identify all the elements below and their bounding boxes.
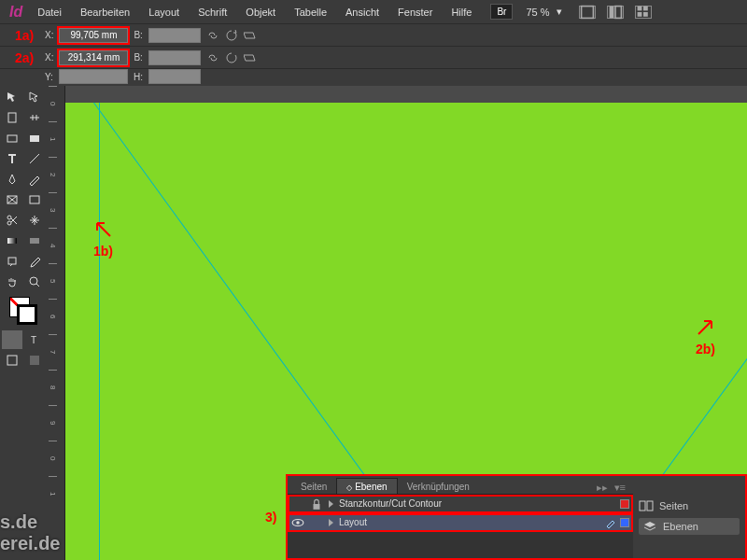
menubar: Id Datei Bearbeiten Layout Schrift Objek…: [0, 0, 747, 24]
panels-dock: Seiten ◇ Ebenen Verknüpfungen ▸▸ ▾≡ Stan…: [288, 476, 745, 558]
menu-layout[interactable]: Layout: [141, 3, 187, 21]
shear-icon[interactable]: [244, 29, 257, 42]
svg-rect-16: [8, 258, 16, 264]
x-input-1[interactable]: [59, 28, 128, 43]
menu-fenster[interactable]: Fenster: [390, 3, 440, 21]
expand-icon[interactable]: [329, 519, 333, 526]
b-label-2: B:: [134, 52, 142, 63]
annotation-1b: 1b): [93, 219, 118, 259]
apply-color[interactable]: [2, 330, 22, 349]
guide-vertical[interactable]: [99, 103, 100, 560]
gradient-tool[interactable]: [2, 231, 22, 250]
menu-ansicht[interactable]: Ansicht: [338, 3, 387, 21]
menu-datei[interactable]: Datei: [30, 3, 69, 21]
svg-text:T: T: [31, 335, 36, 345]
pen-tool[interactable]: [2, 170, 22, 189]
rectangle-frame-tool[interactable]: [2, 190, 22, 209]
transform-tool[interactable]: [24, 211, 45, 230]
view-preview[interactable]: [24, 351, 45, 370]
selection-tool[interactable]: [2, 88, 22, 106]
collapsed-tab-ebenen[interactable]: Ebenen: [639, 518, 740, 535]
tab-verknuepfungen[interactable]: Verknüpfungen: [398, 479, 479, 494]
menu-hilfe[interactable]: Hilfe: [444, 3, 479, 21]
menu-bearbeiten[interactable]: Bearbeiten: [73, 3, 137, 21]
pages-icon: [639, 499, 654, 512]
rotate-icon[interactable]: [225, 29, 238, 42]
svg-rect-7: [8, 113, 16, 122]
apply-none[interactable]: T: [24, 330, 45, 349]
menu-schrift[interactable]: Schrift: [190, 3, 234, 21]
y-label-2: Y:: [45, 72, 53, 82]
b-input-1[interactable]: [148, 28, 201, 43]
gap-tool[interactable]: [24, 108, 45, 127]
zoom-tool[interactable]: [24, 273, 45, 291]
eyedropper-tool[interactable]: [24, 252, 45, 271]
pencil-tool[interactable]: [24, 170, 45, 189]
svg-rect-11: [30, 196, 39, 203]
visibility-toggle[interactable]: [291, 497, 304, 511]
lock-icon[interactable]: [310, 497, 323, 511]
svg-rect-2: [615, 6, 621, 18]
expand-icon[interactable]: [329, 500, 333, 508]
fill-stroke-swatch[interactable]: [9, 297, 37, 325]
svg-rect-4: [643, 6, 648, 10]
layer-row-stanzkontur[interactable]: Stanzkontur/Cut Contour: [288, 495, 633, 513]
layer-right-icons: [605, 517, 629, 528]
tab-ebenen[interactable]: ◇ Ebenen: [336, 478, 397, 494]
svg-rect-15: [30, 238, 39, 244]
layer-name: Layout: [339, 517, 367, 527]
control-bar-2: X: B:: [0, 47, 747, 69]
viewmode-icon[interactable]: [579, 6, 596, 19]
menu-tabelle[interactable]: Tabelle: [287, 3, 334, 21]
content-collector-tool[interactable]: [2, 129, 22, 147]
panel-footer: [288, 532, 633, 558]
visibility-toggle[interactable]: [291, 516, 304, 529]
app-logo: Id: [6, 4, 26, 21]
b-input-2[interactable]: [148, 50, 201, 65]
shear-icon-2[interactable]: [244, 51, 257, 64]
layers-panel: Seiten ◇ Ebenen Verknüpfungen ▸▸ ▾≡ Stan…: [288, 476, 633, 558]
view-normal[interactable]: [2, 351, 22, 370]
menu-objekt[interactable]: Objekt: [238, 3, 283, 21]
bridge-badge[interactable]: Br: [490, 4, 513, 20]
h-input-2[interactable]: [148, 69, 201, 84]
b-label-1: B:: [134, 30, 142, 40]
rotate-icon-2[interactable]: [225, 51, 238, 64]
h-label-2: H:: [134, 72, 143, 82]
scissors-tool[interactable]: [2, 211, 22, 230]
x-input-2[interactable]: [59, 50, 128, 65]
tab-seiten[interactable]: Seiten: [291, 479, 336, 494]
direct-selection-tool[interactable]: [24, 88, 45, 106]
svg-point-12: [7, 221, 11, 225]
toolbox: T: [0, 86, 49, 560]
pen-icon: [605, 517, 616, 528]
layer-name: Stanzkontur/Cut Contour: [339, 498, 442, 509]
link-icon[interactable]: [206, 29, 219, 42]
view-mode-icons: [579, 6, 652, 19]
gradient-feather-tool[interactable]: [24, 231, 45, 250]
layer-row-layout[interactable]: Layout: [288, 513, 633, 532]
lock-toggle[interactable]: [310, 516, 323, 529]
ruler-vertical[interactable]: 012345678901: [49, 86, 65, 560]
note-tool[interactable]: [2, 252, 22, 271]
x-label-2: X:: [45, 52, 53, 63]
page-tool[interactable]: [2, 108, 22, 127]
line-tool[interactable]: [24, 149, 45, 168]
arrange-icon[interactable]: [635, 6, 652, 19]
y-input-2[interactable]: [59, 69, 128, 84]
content-placer-tool[interactable]: [24, 129, 45, 147]
layers-icon: [642, 520, 657, 533]
rectangle-tool[interactable]: [24, 190, 45, 209]
zoom-level[interactable]: 75 % ▾: [526, 6, 561, 18]
svg-rect-5: [637, 12, 641, 17]
type-tool[interactable]: [2, 149, 22, 168]
panel-menu-icon[interactable]: ▸▸ ▾≡: [597, 482, 629, 494]
panel-tabbar: Seiten ◇ Ebenen Verknüpfungen ▸▸ ▾≡: [288, 476, 633, 495]
svg-rect-24: [640, 501, 645, 511]
collapsed-tab-seiten[interactable]: Seiten: [639, 499, 740, 512]
link-icon-2[interactable]: [206, 51, 219, 64]
annotation-2b: 2b): [691, 317, 715, 357]
screenmode-icon[interactable]: [607, 6, 624, 19]
svg-rect-19: [7, 356, 17, 365]
hand-tool[interactable]: [2, 273, 22, 291]
